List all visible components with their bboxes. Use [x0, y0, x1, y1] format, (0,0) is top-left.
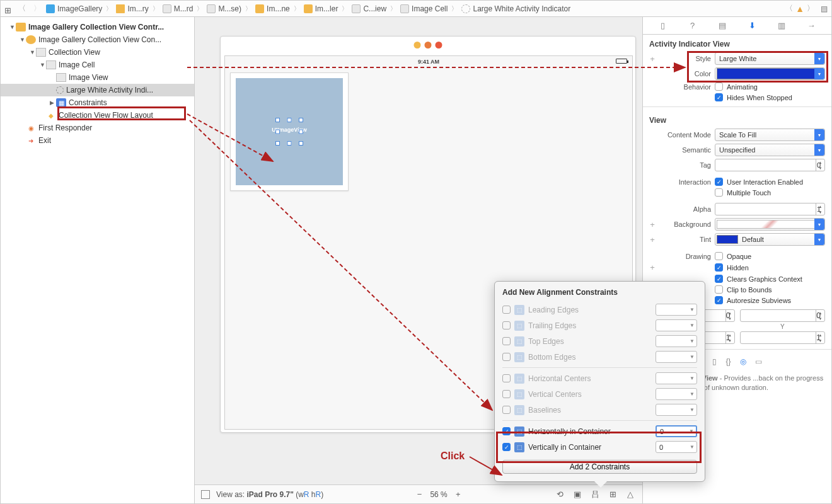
crumb-5[interactable]: Im...ler: [304, 4, 338, 13]
color-swatch: [717, 68, 823, 79]
tint-select[interactable]: Default▾: [715, 233, 825, 246]
zoom-level[interactable]: 56 %: [430, 490, 447, 499]
tree-imageview[interactable]: Image View: [1, 71, 194, 84]
image-view[interactable]: UIImageView: [236, 78, 343, 185]
multitouch-checkbox[interactable]: [715, 188, 723, 197]
lib-media-icon[interactable]: ▭: [755, 357, 762, 366]
embed-in-icon[interactable]: ▣: [572, 489, 583, 500]
tree-exit[interactable]: ➜Exit: [1, 134, 194, 147]
status-bar: 9:41 AM: [225, 56, 632, 67]
tab-connections-icon[interactable]: →: [806, 20, 817, 32]
nav-back-icon[interactable]: 〈: [16, 3, 28, 14]
row-baselines: ⬚Baselines▼: [502, 402, 697, 418]
crumb-4[interactable]: Im...ne: [255, 4, 290, 13]
tab-size-icon[interactable]: ▥: [776, 20, 787, 32]
selection-label: UIImageView: [258, 127, 321, 133]
clears-checkbox[interactable]: ✓: [715, 275, 723, 283]
row-h-in-container[interactable]: ✓⬚Horizontally in Container0▼: [502, 423, 697, 439]
lib-braces-icon[interactable]: {}: [725, 357, 731, 366]
scene-dock[interactable]: [414, 42, 442, 49]
row-trailing: ⬚Trailing Edges▼: [502, 318, 697, 333]
dock-controller-icon[interactable]: [414, 42, 421, 49]
tree-imagecell[interactable]: ▼Image Cell: [1, 59, 194, 71]
dock-exit-icon[interactable]: [436, 42, 442, 49]
crumb-0[interactable]: ImageGallery: [46, 4, 102, 13]
tree-constraints[interactable]: ▶▦Constraints: [1, 96, 194, 109]
contentmode-select[interactable]: Scale To Fill▾: [715, 129, 825, 141]
hides-checkbox[interactable]: ✓: [715, 93, 723, 101]
clip-checkbox[interactable]: [715, 285, 723, 294]
semantic-select[interactable]: Unspecified▾: [715, 144, 825, 156]
document-outline[interactable]: ▼Image Gallery Collection View Contr... …: [1, 17, 195, 503]
canvas-footer: View as: iPad Pro 9.7" (wR hR) − 56 % + …: [195, 484, 642, 503]
view-as-label[interactable]: View as: iPad Pro 9.7" (wR hR): [216, 490, 323, 499]
tab-help-icon[interactable]: ?: [687, 20, 698, 32]
section-view: View: [643, 111, 831, 127]
activity-indicator-selection[interactable]: UIImageView: [275, 118, 303, 146]
resolve-icon[interactable]: △: [625, 489, 636, 500]
firstresponder-icon: ◉: [26, 123, 36, 132]
update-frames-icon[interactable]: ⟲: [554, 489, 565, 500]
row-v-in-container[interactable]: ✓⬚Vertically in Container0▼: [502, 439, 697, 455]
pin-icon[interactable]: ⊞: [607, 489, 618, 500]
image-cell[interactable]: UIImageView: [230, 72, 349, 191]
related-items-icon[interactable]: ⊞: [4, 6, 13, 12]
spinner-icon: [56, 86, 64, 94]
nav-forward-icon[interactable]: 〉: [31, 3, 43, 14]
row-leading: ⬚Leading Edges▼: [502, 302, 697, 318]
tree-scene[interactable]: ▼Image Gallery Collection View Contr...: [1, 21, 194, 33]
hc-value[interactable]: 0▼: [656, 425, 697, 437]
crumb-1[interactable]: Im...ry: [116, 4, 148, 13]
color-select[interactable]: ▾: [715, 67, 825, 80]
align-icon[interactable]: 吕: [589, 489, 601, 500]
inspector-tabs[interactable]: ▯ ? ▤ ⬇ ▥ →: [643, 17, 831, 35]
h-input[interactable]: 1▲▼: [740, 331, 826, 344]
crumb-6[interactable]: C...iew: [352, 4, 386, 13]
section-activity: Activity Indicator View: [643, 35, 831, 51]
annotation-click-label: Click: [441, 450, 465, 462]
lib-file-icon[interactable]: ▯: [712, 357, 717, 366]
zoom-out-button[interactable]: −: [413, 489, 425, 500]
crumb-2[interactable]: M...rd: [163, 4, 194, 13]
zoom-in-button[interactable]: +: [453, 489, 464, 500]
uie-checkbox[interactable]: ✓: [715, 178, 723, 186]
tree-firstresponder[interactable]: ◉First Responder: [1, 122, 194, 134]
add-constraints-button[interactable]: Add 2 Constraints: [502, 460, 697, 474]
hc-checkbox[interactable]: ✓: [502, 427, 511, 435]
row-bottom: ⬚Bottom Edges▼: [502, 349, 697, 365]
style-select[interactable]: Large White▾: [715, 52, 825, 65]
battery-icon: [616, 59, 627, 64]
tab-identity-icon[interactable]: ▤: [717, 20, 728, 32]
alpha-input[interactable]: 1▲▼: [715, 203, 825, 215]
row-hcenters: ⬚Horizontal Centers▼: [502, 370, 697, 386]
alignment-popover[interactable]: Add New Alignment Constraints ⬚Leading E…: [494, 281, 705, 482]
opaque-checkbox[interactable]: [715, 252, 723, 260]
row-top: ⬚Top Edges▼: [502, 333, 697, 349]
tree-flowlayout[interactable]: ◆Collection View Flow Layout: [1, 109, 194, 122]
tab-file-icon[interactable]: ▯: [657, 20, 669, 32]
vc-checkbox[interactable]: ✓: [502, 443, 511, 451]
autoresize-checkbox[interactable]: ✓: [715, 296, 723, 304]
lib-object-icon[interactable]: ◎: [740, 357, 746, 366]
outline-toggle-icon[interactable]: ▤: [821, 4, 828, 13]
device-config-button[interactable]: [201, 490, 210, 499]
crumb-overflow-icon[interactable]: 〈: [785, 3, 793, 14]
y-input[interactable]: 0▲▼: [740, 309, 826, 322]
tab-attributes-icon[interactable]: ⬇: [746, 20, 758, 32]
crumb-8[interactable]: Large White Activity Indicator: [461, 4, 570, 13]
crumb-3[interactable]: M...se): [207, 4, 241, 13]
jump-bar[interactable]: ⊞ 〈 〉 ImageGallery〉 Im...ry〉 M...rd〉 M..…: [1, 1, 831, 17]
constraints-icon: ▦: [56, 98, 66, 107]
tree-activity-indicator[interactable]: Large White Activity Indi...: [1, 84, 194, 96]
vc-value[interactable]: 0▼: [656, 441, 697, 453]
tree-collectionview[interactable]: ▼Collection View: [1, 46, 194, 59]
crumb-7[interactable]: Image Cell: [400, 4, 448, 13]
background-select[interactable]: ▾: [715, 218, 825, 231]
dock-firstresponder-icon[interactable]: [425, 42, 432, 49]
exit-icon: ➜: [26, 136, 36, 145]
tree-controller[interactable]: ▼Image Gallery Collection View Con...: [1, 33, 194, 46]
tag-input[interactable]: 0▲▼: [715, 159, 825, 171]
warning-icon[interactable]: ▲: [795, 4, 804, 14]
animating-checkbox[interactable]: [715, 83, 723, 91]
hidden-checkbox[interactable]: ✓: [715, 263, 723, 272]
